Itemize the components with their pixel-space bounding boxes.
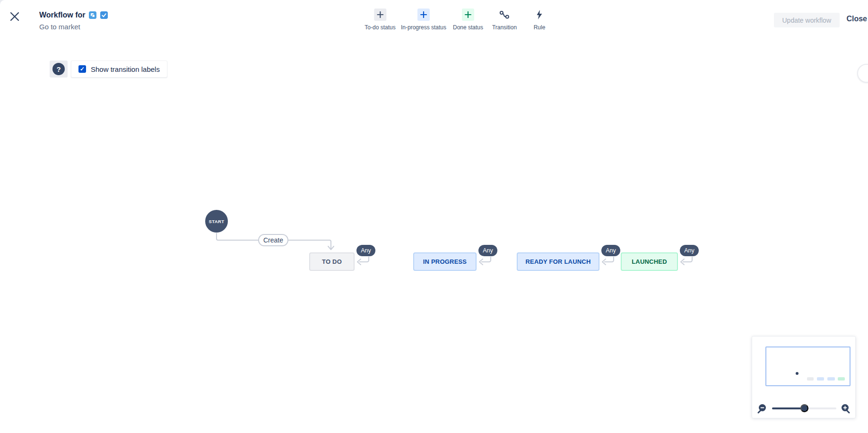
x-glyph [9, 11, 20, 22]
minimap-status-todo [807, 377, 814, 381]
toolbar-add-rule[interactable]: Rule [533, 9, 546, 31]
minimap-viewport[interactable] [765, 346, 851, 386]
toolbar-add-todo-status[interactable]: To-do status [365, 9, 395, 31]
question-mark-icon: ? [52, 63, 65, 75]
create-transition-label[interactable]: Create [258, 234, 288, 246]
any-status-badge[interactable]: Any [601, 245, 620, 256]
page-title: Workflow for [39, 11, 85, 19]
workflow-editor-modal: Workflow for Go to market To-do status I… [0, 0, 868, 433]
zoom-slider-thumb[interactable] [800, 404, 808, 412]
close-button[interactable]: Close [846, 15, 867, 23]
zoom-slider-fill [772, 407, 804, 409]
toolbar-add-transition[interactable]: Transition [492, 9, 517, 31]
status-node-in-progress[interactable]: IN PROGRESS [413, 252, 477, 271]
show-transition-labels-toggle[interactable]: ✓ Show transition labels [71, 61, 167, 78]
any-status-badge[interactable]: Any [356, 245, 375, 256]
zoom-out-icon[interactable] [757, 403, 767, 414]
zoom-in-icon[interactable] [840, 403, 851, 414]
any-status-badge[interactable]: Any [680, 245, 699, 256]
plus-icon [374, 9, 386, 21]
start-node[interactable]: START [205, 210, 228, 233]
toolbar-item-label: Transition [492, 24, 517, 31]
toolbar-item-label: Done status [453, 24, 483, 31]
header-titles: Workflow for Go to market [39, 11, 108, 31]
toolbar-item-label: To-do status [365, 24, 395, 31]
close-icon[interactable] [8, 9, 22, 24]
plus-icon [462, 9, 474, 21]
lightning-icon [533, 9, 546, 21]
subtask-icon [89, 11, 96, 19]
toolbar-item-label: In-progress status [401, 24, 446, 31]
toolbar-add-inprogress-status[interactable]: In-progress status [401, 9, 446, 31]
minimap-status-launched [838, 377, 845, 381]
checkbox-checked-icon[interactable]: ✓ [78, 65, 86, 73]
side-panel-toggle-button[interactable] [857, 64, 868, 83]
status-node-launched[interactable]: LAUNCHED [621, 252, 678, 271]
workflow-name: Go to market [39, 23, 108, 31]
plus-icon [417, 9, 430, 21]
toolbar-item-label: Rule [534, 24, 546, 31]
transition-icon [498, 9, 511, 21]
minimap-start-dot [796, 372, 799, 375]
minimap-status-ready [827, 377, 835, 381]
status-node-to-do[interactable]: TO DO [309, 252, 355, 271]
any-status-badge[interactable]: Any [478, 245, 497, 256]
status-node-ready-for-launch[interactable]: READY FOR LAUNCH [517, 252, 599, 271]
help-button[interactable]: ? [50, 61, 68, 78]
minimap-status-inprogress [817, 377, 824, 381]
task-icon [100, 11, 108, 19]
update-workflow-button[interactable]: Update workflow [774, 13, 840, 27]
checkbox-label: Show transition labels [91, 65, 160, 73]
toolbar-add-done-status[interactable]: Done status [453, 9, 483, 31]
minimap-panel [752, 336, 856, 418]
